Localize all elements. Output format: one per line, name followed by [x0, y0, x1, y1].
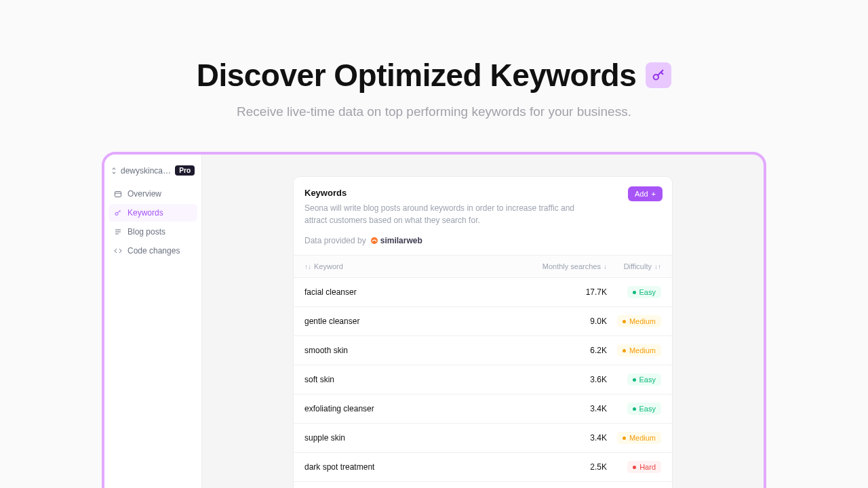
status-dot-icon — [633, 291, 636, 294]
svg-line-7 — [119, 211, 121, 213]
svg-rect-3 — [115, 192, 121, 197]
status-dot-icon — [633, 466, 636, 469]
sidebar-item-code-changes[interactable]: Code changes — [108, 242, 197, 260]
monthly-searches-cell: 3.4K — [519, 433, 607, 443]
sort-icon: ↑↓ — [304, 263, 311, 270]
monthly-searches-cell: 3.4K — [519, 404, 607, 413]
difficulty-cell: Easy — [607, 403, 661, 415]
difficulty-cell: Medium — [607, 432, 661, 444]
list-icon — [114, 228, 122, 236]
table-row[interactable]: facial cleanser17.7KEasy — [294, 278, 672, 307]
sidebar-item-label: Overview — [127, 189, 161, 199]
sidebar-item-label: Keywords — [127, 208, 163, 218]
svg-point-5 — [115, 213, 118, 216]
svg-line-2 — [661, 72, 663, 74]
monthly-searches-cell: 2.5K — [519, 462, 607, 472]
difficulty-cell: Medium — [607, 344, 661, 357]
sidebar-item-label: Blog posts — [127, 227, 165, 237]
monthly-searches-cell: 17.7K — [519, 287, 607, 297]
page-title: Discover Optimized Keywords — [197, 57, 637, 94]
page-subtitle: Receive live-time data on top performing… — [0, 104, 868, 119]
difficulty-cell: Medium — [607, 315, 661, 327]
key-icon — [114, 209, 122, 217]
site-selector[interactable]: dewyskincare.st... Pro — [108, 163, 197, 185]
status-dot-icon — [633, 378, 636, 382]
difficulty-badge: Medium — [617, 432, 661, 444]
keyword-cell: facial cleanser — [304, 287, 519, 297]
table-row[interactable]: supple skin3.4KMedium — [294, 424, 672, 453]
table-row[interactable]: gentle cleanser9.0KMedium — [294, 307, 672, 336]
keyword-cell: exfoliating cleanser — [304, 404, 519, 413]
keyword-cell: smooth skin — [304, 346, 519, 355]
difficulty-badge: Medium — [617, 344, 661, 357]
sidebar-item-keywords[interactable]: Keywords — [108, 204, 197, 222]
difficulty-cell: Easy — [607, 373, 661, 386]
sidebar: dewyskincare.st... Pro OverviewKeywordsB… — [104, 155, 202, 488]
difficulty-badge: Hard — [627, 461, 661, 473]
difficulty-cell: Hard — [607, 461, 661, 473]
keywords-card: Keywords Seona will write blog posts aro… — [293, 176, 673, 488]
main-content: Keywords Seona will write blog posts aro… — [202, 155, 764, 488]
difficulty-badge: Medium — [617, 315, 661, 327]
card-title: Keywords — [304, 188, 661, 198]
status-dot-icon — [633, 407, 636, 411]
sidebar-item-overview[interactable]: Overview — [108, 185, 197, 203]
status-dot-icon — [623, 349, 626, 352]
difficulty-cell: Easy — [607, 286, 661, 298]
app-window: dewyskincare.st... Pro OverviewKeywordsB… — [102, 152, 766, 488]
chevron-updown-icon — [111, 167, 117, 175]
difficulty-badge: Easy — [627, 373, 661, 386]
table-row[interactable]: smooth skin6.2KMedium — [294, 336, 672, 365]
table-row[interactable]: soft skin3.6KEasy — [294, 365, 672, 394]
table-row[interactable]: skin perfection1.9KEasy — [294, 482, 672, 488]
status-dot-icon — [623, 436, 626, 440]
svg-point-11 — [371, 237, 378, 244]
monthly-searches-cell: 3.6K — [519, 375, 607, 384]
pro-badge: Pro — [175, 165, 195, 176]
code-icon — [114, 247, 122, 255]
calendar-icon — [114, 190, 122, 198]
status-dot-icon — [623, 320, 626, 323]
sort-icon: ↓↑ — [654, 263, 661, 270]
keyword-cell: supple skin — [304, 433, 519, 443]
difficulty-badge: Easy — [627, 286, 661, 298]
card-description: Seona will write blog posts around keywo… — [304, 202, 576, 226]
monthly-searches-cell: 9.0K — [519, 317, 607, 326]
sidebar-item-label: Code changes — [127, 246, 180, 256]
keyword-cell: gentle cleanser — [304, 317, 519, 326]
key-icon — [646, 62, 671, 88]
plus-icon: + — [652, 190, 656, 198]
hero-section: Discover Optimized Keywords Receive live… — [0, 0, 868, 119]
keyword-cell: dark spot treatment — [304, 462, 519, 472]
column-keyword[interactable]: ↑↓ Keyword — [304, 262, 519, 270]
data-provided-label: Data provided by — [304, 236, 366, 245]
sidebar-item-blog-posts[interactable]: Blog posts — [108, 223, 197, 241]
difficulty-badge: Easy — [627, 403, 661, 415]
add-button[interactable]: Add + — [628, 186, 663, 201]
table-header: ↑↓ Keyword Monthly searches ↓ Difficulty… — [294, 255, 672, 278]
table-row[interactable]: exfoliating cleanser3.4KEasy — [294, 394, 672, 424]
site-name: dewyskincare.st... — [121, 166, 171, 176]
keyword-cell: soft skin — [304, 375, 519, 384]
monthly-searches-cell: 6.2K — [519, 346, 607, 355]
column-difficulty[interactable]: Difficulty ↓↑ — [607, 262, 661, 270]
similarweb-logo: similarweb — [370, 236, 422, 245]
table-row[interactable]: dark spot treatment2.5KHard — [294, 453, 672, 482]
column-monthly-searches[interactable]: Monthly searches ↓ — [519, 262, 607, 270]
